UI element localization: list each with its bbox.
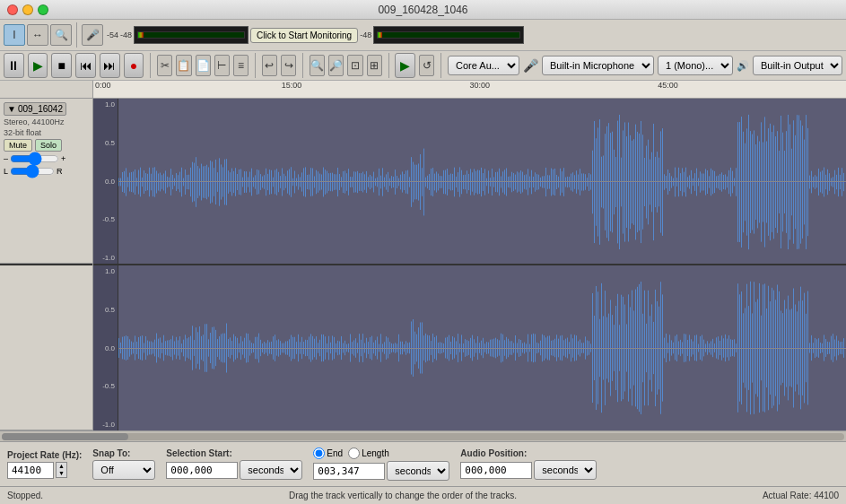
- scroll-thumb[interactable]: [2, 433, 128, 440]
- monitor-button[interactable]: Click to Start Monitoring: [250, 28, 358, 43]
- tracks-canvas: 1.0 0.5 0.0 -0.5 -1.0 1.0 0.5 0.0 -0.5 -…: [93, 99, 846, 430]
- project-rate-input[interactable]: [7, 462, 54, 479]
- track1-pan-slider[interactable]: [10, 166, 55, 177]
- selection-start-input[interactable]: [166, 462, 238, 479]
- track1-mute-solo: Mute Solo: [4, 139, 89, 152]
- track1-name-btn[interactable]: ▼ 009_16042: [4, 102, 66, 116]
- track1-collapse-icon: ▼: [7, 104, 16, 114]
- audio-pos-unit-select[interactable]: seconds ▾: [534, 460, 597, 480]
- scale-2-midneg: -0.5: [93, 382, 118, 390]
- move-tool-btn[interactable]: ↔: [27, 24, 48, 46]
- window-title: 009_160428_1046: [378, 4, 467, 16]
- scale-2-top: 1.0: [93, 267, 118, 275]
- project-rate-spinner[interactable]: ▲ ▼: [56, 462, 67, 479]
- output-meter-bar: [377, 31, 520, 39]
- pan-r-label: R: [57, 167, 63, 176]
- h-scrollbar[interactable]: [0, 430, 846, 441]
- divider3: [255, 53, 256, 78]
- pause-button[interactable]: ⏸: [4, 53, 24, 78]
- track1-name-row: ▼ 009_16042: [4, 102, 89, 116]
- output-meter-fill: [378, 32, 382, 38]
- cut-tool-btn[interactable]: ✂: [157, 55, 172, 76]
- record-button[interactable]: ●: [124, 53, 144, 78]
- end-input-row: seconds ▾: [313, 461, 449, 481]
- maximize-button[interactable]: [38, 4, 48, 15]
- output-device-select[interactable]: Built-in Output: [753, 56, 842, 75]
- zoom-in-btn[interactable]: 🔍: [310, 55, 325, 76]
- track1-solo-btn[interactable]: Solo: [35, 139, 62, 152]
- volume-icon: 🔊: [737, 60, 749, 72]
- end-length-field: End Length seconds ▾: [313, 448, 449, 481]
- prev-button[interactable]: ⏮: [75, 53, 96, 78]
- project-rate-input-row: ▲ ▼: [7, 462, 82, 479]
- track1-bitdepth: 32-bit float: [4, 128, 89, 137]
- stop-button[interactable]: ■: [51, 53, 72, 78]
- track1-gain-slider[interactable]: [10, 153, 59, 164]
- track1-info: ▼ 009_16042 Stereo, 44100Hz 32-bit float…: [0, 99, 92, 264]
- zoom-sel-btn[interactable]: ⊞: [367, 55, 382, 76]
- length-radio[interactable]: [348, 448, 360, 459]
- spin-up[interactable]: ▲: [57, 463, 66, 470]
- scale-2-midpos: 0.5: [93, 306, 118, 314]
- snap-field: Snap To: Off: [92, 448, 155, 480]
- length-label: Length: [362, 448, 389, 458]
- track2-waveform[interactable]: 1.0 0.5 0.0 -0.5 -1.0: [93, 265, 846, 430]
- window-controls[interactable]: [7, 4, 48, 15]
- undo-btn[interactable]: ↩: [262, 55, 277, 76]
- scale-1-midpos: 0.5: [93, 139, 118, 147]
- track1-gain-row: – +: [4, 153, 89, 164]
- select-tool-btn[interactable]: I: [4, 24, 25, 46]
- selection-start-unit-select[interactable]: seconds ▾: [240, 460, 302, 480]
- ruler: 0:00 15:00 30:00 45:00: [0, 81, 846, 99]
- trim-tool-btn[interactable]: ⊢: [214, 55, 230, 76]
- spin-down[interactable]: ▼: [57, 470, 66, 477]
- loop-btn[interactable]: ↺: [419, 55, 434, 76]
- scroll-track[interactable]: [2, 433, 844, 440]
- silence-tool-btn[interactable]: ≡: [233, 55, 249, 76]
- end-radio[interactable]: [313, 448, 325, 459]
- mic-icon: 🎤: [523, 58, 538, 73]
- end-unit-select[interactable]: seconds ▾: [387, 461, 449, 481]
- ruler-mark-0: 0:00: [95, 81, 111, 90]
- audio-pos-input-row: seconds ▾: [460, 460, 597, 480]
- length-radio-label[interactable]: Length: [348, 448, 389, 459]
- divider4: [302, 53, 303, 78]
- selection-start-label: Selection Start:: [166, 448, 302, 458]
- paste-tool-btn[interactable]: 📄: [196, 55, 211, 76]
- ruler-timeline[interactable]: 0:00 15:00 30:00 45:00: [93, 81, 846, 98]
- copy-tool-btn[interactable]: 📋: [176, 55, 191, 76]
- track2-info: [0, 264, 92, 430]
- scale-2-zero: 0.0: [93, 344, 118, 352]
- pan-l-label: L: [4, 167, 8, 176]
- playback-device-select[interactable]: Core Au...: [448, 56, 519, 75]
- main-area: ▼ 009_16042 Stereo, 44100Hz 32-bit float…: [0, 99, 846, 430]
- end-length-radio-group: End Length: [313, 448, 449, 459]
- track1-waveform[interactable]: 1.0 0.5 0.0 -0.5 -1.0: [93, 99, 846, 265]
- play2-btn[interactable]: ▶: [395, 53, 415, 78]
- audio-pos-input[interactable]: [460, 462, 532, 479]
- track2-zeroline: [118, 348, 846, 349]
- end-input[interactable]: [313, 463, 385, 480]
- end-label: End: [327, 448, 343, 458]
- divider2: [150, 53, 151, 78]
- end-radio-label[interactable]: End: [313, 448, 343, 459]
- next-button[interactable]: ⏭: [100, 53, 120, 78]
- channel-select[interactable]: 1 (Mono)...: [658, 56, 733, 75]
- status-rate: Actual Rate: 44100: [763, 491, 839, 500]
- zoom-tool-btn[interactable]: 🔍: [50, 24, 72, 46]
- track1-mute-btn[interactable]: Mute: [4, 139, 32, 152]
- play-button[interactable]: ▶: [28, 53, 48, 78]
- close-button[interactable]: [7, 4, 18, 15]
- redo-btn[interactable]: ↪: [281, 55, 296, 76]
- snap-select[interactable]: Off: [92, 460, 155, 480]
- ruler-track-spacer: [0, 81, 93, 98]
- snap-label: Snap To:: [92, 448, 155, 458]
- selection-tools: I ↔ 🔍 🎤 -54 -48 Click to Start Monitorin…: [0, 20, 528, 50]
- mic-tool-btn[interactable]: 🎤: [82, 24, 103, 46]
- track1-format: Stereo, 44100Hz: [4, 117, 89, 126]
- zoom-out-btn[interactable]: 🔎: [328, 55, 344, 76]
- zoom-fit-btn[interactable]: ⊡: [347, 55, 362, 76]
- input-device-select[interactable]: Built-in Microphone: [542, 56, 654, 75]
- minimize-button[interactable]: [22, 4, 33, 15]
- scale-1-bot: -1.0: [93, 254, 118, 262]
